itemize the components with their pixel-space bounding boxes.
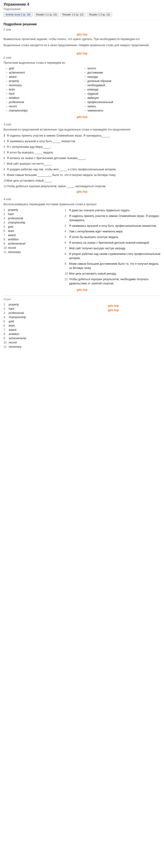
word-ru: профессиональный xyxy=(88,100,113,104)
word-text: properly xyxy=(8,208,18,212)
page-container: Упражнение 4 Подсказания: Activity book … xyxy=(0,0,164,352)
word-ru-item: –необходимый xyxy=(84,84,161,87)
answer-word: team xyxy=(9,324,15,327)
sent-text: Моим самым большим достижением было то, … xyxy=(69,262,161,270)
word-en-item: –championships xyxy=(6,109,82,112)
answer-word-item: 6team xyxy=(3,324,63,327)
word-num: 9 xyxy=(3,242,7,245)
sent-num: 4 xyxy=(65,229,68,234)
word-ru: необходимый xyxy=(88,84,105,87)
sent-num: 1 xyxy=(65,208,68,213)
sent-text: Чтобы добиться хороших результатов, необ… xyxy=(69,277,161,286)
sent-text: Мой сайт получил высшую чистую награду. xyxy=(69,246,126,250)
step4-word-item: 3professional xyxy=(3,217,62,220)
word-ru-item: –амбиция xyxy=(84,96,161,99)
bullet: – xyxy=(6,92,7,95)
answer-word-item: 4championship xyxy=(3,316,63,319)
word-en: team xyxy=(9,88,15,91)
word-text: gold xyxy=(8,225,13,228)
step4-container: 1properly2hard3professional4championship… xyxy=(3,208,161,287)
watermark-2: gdz.top xyxy=(3,52,161,55)
step2-text: Прочитаем выделенные слова и переведём и… xyxy=(3,61,161,65)
sent-text: Я катаюсь на лыжах с британской детской … xyxy=(69,241,150,245)
sentence-item: 7Мой сайт выиграл топ-нетто_____. xyxy=(3,162,161,166)
word-num: 11 xyxy=(3,250,7,254)
word-num: 5 xyxy=(3,225,7,228)
step1-text: Внимательно прочитаем задание, чтобы пон… xyxy=(3,37,161,41)
answer-num: 2 xyxy=(3,307,7,310)
word-num: 2 xyxy=(3,213,7,216)
word-ru-item: –профессиональный xyxy=(84,100,161,104)
word-en: record xyxy=(9,105,17,108)
word-ru: запись xyxy=(88,105,96,108)
answer-word: necessary xyxy=(9,345,22,348)
word-en-item: –professional xyxy=(6,100,82,104)
word-text: hard xyxy=(8,213,13,216)
answer-num: 7 xyxy=(3,328,7,332)
word-ru-item: –должным образом xyxy=(84,80,161,83)
sentence-item: 8Я усердно работаю над тем, чтобы моя __… xyxy=(3,167,161,172)
answer-label: Ответ xyxy=(3,298,161,301)
answer-word-item: 9achievemenet xyxy=(3,337,63,340)
tab-activity-book[interactable]: Activity book 2 (p. 18) xyxy=(3,12,33,17)
step4-sentence-item: 10Моя цель-установить новый рекорд. xyxy=(65,272,161,276)
answer-num: 10 xyxy=(3,341,7,344)
word-en: professional xyxy=(9,100,24,104)
step4-sentence-item: 6Я катаюсь на лыжах с британской детской… xyxy=(65,241,161,245)
answer-num: 4 xyxy=(3,316,7,319)
word-en: award xyxy=(9,75,17,79)
step2-block: gdz.top 2 шаг Прочитаем выделенные слова… xyxy=(3,52,161,119)
step4-sentence-item: 11Чтобы добиться хороших результатов, не… xyxy=(65,277,161,286)
word-en: hard xyxy=(9,92,14,95)
sentence-item: 3Я занимаюсь музыкой и хочу быть _____ п… xyxy=(3,139,161,144)
step4-sentence-item: 8Я упорно работаю над своим стремлением … xyxy=(65,252,161,260)
word-num: 4 xyxy=(3,221,7,224)
tab-reader12[interactable]: Reader 1.2 (p. 12) xyxy=(60,12,86,17)
answer-words-row: 1properly2hard3professional4championship… xyxy=(3,303,161,349)
sent-text: Я дажо вы сначала учитесь правильно пада… xyxy=(69,208,131,213)
sentence-num: 6 xyxy=(3,156,5,160)
sentence-num: 4 xyxy=(3,145,5,149)
sentence-item: 10Моя цель-установить новый_____. xyxy=(3,179,161,183)
step4-word-item: 11necessary xyxy=(3,250,62,254)
watermark-6: gdz.top xyxy=(68,304,159,307)
bullet: – xyxy=(6,75,7,79)
answer-num: 8 xyxy=(3,333,7,336)
sentence-num: 7 xyxy=(3,162,5,166)
words-col-ru: –золото–достижение–награда–должным образ… xyxy=(82,67,161,113)
step4-word-item: 10record xyxy=(3,246,62,249)
tab-reader13[interactable]: Reader 1.3 (p. 12) xyxy=(87,12,112,17)
step4-sentence-item: 2Я надеюсь принять участие в зимних Олим… xyxy=(65,214,161,222)
word-en-item: –achievement xyxy=(6,71,82,74)
word-ru: должным образом xyxy=(88,80,111,83)
word-num: 7 xyxy=(3,234,7,237)
answer-word: record xyxy=(9,341,17,344)
sentence-num: 5 xyxy=(3,150,5,155)
answer-word-item: 3professional xyxy=(3,311,63,315)
word-num: 6 xyxy=(3,229,7,232)
step4-word-item: 2hard xyxy=(3,213,62,216)
step4-sentence-item: 5Я хотел бы выиграть золотую медаль. xyxy=(65,235,161,239)
word-en-item: –necessary xyxy=(6,84,82,87)
tab-reader11[interactable]: Reader 1.1 (p. 12) xyxy=(34,12,59,17)
sentence-item: 5Я хотел бы выиграть _____ медаль. xyxy=(3,150,161,155)
step3-label: 3 шаг xyxy=(3,123,161,126)
word-en-item: –hard xyxy=(6,92,82,95)
sent-text: Я хотел бы выиграть золотую медаль. xyxy=(69,235,119,239)
sent-num: 3 xyxy=(65,224,68,228)
solution-title: Подробное решение xyxy=(3,22,161,26)
word-ru-item: –трудный xyxy=(84,92,161,95)
answer-word-item: 5gold xyxy=(3,320,63,323)
word-text: team xyxy=(8,229,14,232)
sent-text: Лам с нетерпением ждет чемпиона мира. xyxy=(69,229,123,234)
step3-block: 3 шаг Вычленим из предложений вставленны… xyxy=(3,123,161,193)
tabs-row: Activity book 2 (p. 18) Reader 1.1 (p. 1… xyxy=(3,12,161,17)
word-ru-item: –награда xyxy=(84,75,161,79)
bullet: – xyxy=(84,75,86,79)
step3-sentences: 12Я надеюсь принять участие в зимних Оли… xyxy=(3,133,161,188)
word-ru-item: –золото xyxy=(84,67,161,70)
sent-num: 7 xyxy=(65,246,68,250)
word-en: achievement xyxy=(9,71,25,74)
sentence-num: 10 xyxy=(3,179,6,183)
word-ru: трудный xyxy=(88,92,98,95)
